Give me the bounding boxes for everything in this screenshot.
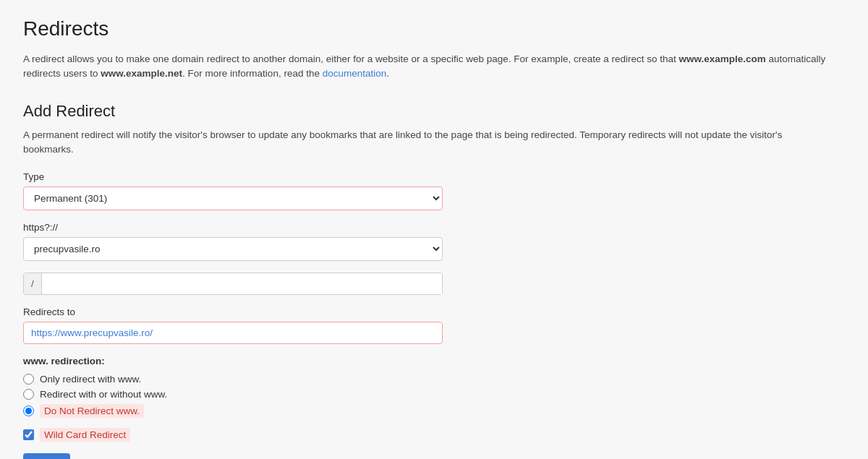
radio-only-redirect-label[interactable]: Only redirect with www. — [40, 374, 141, 385]
path-prefix: / — [24, 273, 42, 294]
https-label: https?:// — [23, 222, 845, 233]
path-group: / — [23, 273, 845, 295]
path-input[interactable] — [42, 273, 442, 294]
redirects-to-input[interactable] — [23, 322, 443, 344]
type-group: Type Permanent (301) Temporary (302) — [23, 171, 845, 210]
type-select[interactable]: Permanent (301) Temporary (302) — [23, 186, 443, 210]
documentation-link[interactable]: documentation — [323, 68, 387, 79]
wildcard-checkbox[interactable] — [23, 429, 34, 440]
radio-with-or-without-input[interactable] — [23, 389, 34, 400]
wildcard-group: Wild Card Redirect — [23, 428, 845, 442]
radio-only-redirect: Only redirect with www. — [23, 374, 845, 385]
radio-with-or-without: Redirect with or without www. — [23, 389, 845, 400]
domain-select[interactable]: precupvasile.ro — [23, 237, 443, 261]
https-group: https?:// precupvasile.ro — [23, 222, 845, 261]
www-redirection-label: www. redirection: — [23, 356, 845, 366]
radio-only-redirect-input[interactable] — [23, 374, 34, 385]
www-redirection-group: www. redirection: Only redirect with www… — [23, 356, 845, 442]
desc-text-3: . For more information, read the — [182, 68, 323, 79]
page-description: A redirect allows you to make one domain… — [23, 52, 845, 82]
type-label: Type — [23, 171, 845, 182]
redirects-to-group: Redirects to — [23, 306, 845, 344]
radio-do-not-redirect: Do Not Redirect www. — [23, 404, 845, 418]
radio-with-or-without-label[interactable]: Redirect with or without www. — [40, 389, 167, 400]
redirects-to-label: Redirects to — [23, 306, 845, 317]
example-net: www.example.net — [101, 68, 182, 79]
path-row: / — [23, 273, 443, 295]
radio-do-not-redirect-label[interactable]: Do Not Redirect www. — [40, 404, 144, 418]
desc-text-1: A redirect allows you to make one domain… — [23, 53, 678, 64]
radio-do-not-redirect-input[interactable] — [23, 406, 34, 416]
example-com: www.example.com — [678, 53, 765, 64]
add-redirect-title: Add Redirect — [23, 102, 845, 121]
add-redirect-description: A permanent redirect will notify the vis… — [23, 128, 819, 158]
desc-text-4: . — [386, 68, 389, 79]
page-title: Redirects — [23, 17, 845, 40]
wildcard-label[interactable]: Wild Card Redirect — [40, 428, 130, 442]
add-button[interactable]: Add — [23, 453, 70, 459]
radio-group: Only redirect with www. Redirect with or… — [23, 374, 845, 418]
